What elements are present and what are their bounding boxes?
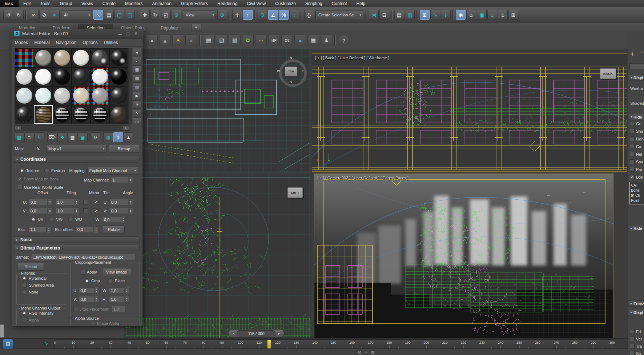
minimize-button[interactable]: — [116, 32, 124, 36]
w-angle-field[interactable]: 0,0 [102, 216, 121, 223]
mono-channel-alpha-radio[interactable] [22, 318, 27, 323]
filtering-pyramidal-radio[interactable] [22, 276, 27, 281]
go-to-parent-icon[interactable]: ▲ [124, 132, 133, 142]
blur-field[interactable]: 1,1 [28, 227, 47, 233]
menu-customize[interactable]: Customize [270, 0, 301, 7]
material-slot-18[interactable] [109, 86, 128, 105]
u-tile-checkbox[interactable] [94, 200, 98, 204]
reload-button[interactable]: Reload [18, 263, 44, 271]
v-tile-checkbox[interactable] [94, 208, 98, 213]
select-and-move-icon[interactable]: ✚ [140, 10, 150, 20]
v-tiling-spinner[interactable]: ▴▾ [74, 207, 79, 214]
v-offset-spinner[interactable]: ▴▾ [48, 207, 52, 214]
redo-icon[interactable]: ↻ [14, 10, 24, 20]
sample-uv-tiling-icon[interactable]: ▤ [133, 74, 141, 83]
show-map-on-back-checkbox[interactable] [18, 176, 23, 181]
jitter-placement-checkbox[interactable] [73, 307, 78, 311]
sphere-blue-icon[interactable]: ● [294, 35, 306, 46]
material-slot-10[interactable] [72, 67, 90, 86]
jitter-field[interactable]: 1,0 [112, 306, 125, 312]
scroll-left-icon[interactable]: ◂ [15, 126, 21, 130]
render-production-icon[interactable]: ♨ [487, 10, 497, 20]
material-slot-8[interactable] [34, 67, 53, 86]
menu-graph-editors[interactable]: Graph Editors [176, 0, 213, 7]
current-frame-field[interactable]: 115 / 300 [237, 330, 275, 336]
material-slot-24[interactable] [109, 105, 128, 124]
render-in-cloud-icon[interactable]: ♨ [498, 10, 508, 20]
percent-snap-icon[interactable]: % [279, 10, 289, 20]
time-ruler[interactable]: 0102030405060708090100110120130140150160… [55, 339, 613, 349]
video-color-check-icon[interactable]: ▥ [133, 83, 141, 91]
viewcube-top-face[interactable]: TOP [285, 67, 297, 76]
display-property-ver[interactable]: Ver [630, 336, 642, 341]
view-image-button[interactable]: View Image [102, 268, 131, 276]
bind-to-space-warp-icon[interactable]: ≈ [50, 10, 60, 20]
u-angle-field[interactable]: 0,0 [109, 199, 128, 205]
list-item-cat[interactable]: CAT [631, 183, 644, 188]
viewport-back-label[interactable]: [ + ] [ Back ] [ User Defined ] [ Wirefr… [315, 56, 389, 60]
crop-h-field[interactable]: 1,0 [109, 296, 124, 302]
menu-tools[interactable]: Tools [36, 0, 55, 7]
put-material-to-scene-icon[interactable]: ↰ [24, 132, 34, 142]
viewcube-left-face[interactable]: LEFT [287, 187, 303, 198]
select-and-place-icon[interactable]: ⊙ [172, 10, 181, 20]
blur-offset-field[interactable]: 0,0 [76, 227, 94, 233]
menu-modifiers[interactable]: Modifiers [120, 0, 148, 7]
save-material-icon[interactable]: ▣ [78, 132, 88, 142]
grid-snap-status-icon[interactable]: ▦ [371, 350, 374, 355]
crop-h-spinner[interactable]: ▴▾ [124, 296, 129, 303]
rollout-display-properties[interactable]: ▸Displ [629, 309, 644, 315]
material-slot-21[interactable] [53, 105, 72, 124]
pattern-snow-icon[interactable]: ▦ [203, 35, 214, 46]
uv-radio[interactable] [31, 217, 36, 222]
material-slot-19[interactable] [15, 105, 34, 124]
material-slot-12[interactable] [109, 67, 128, 86]
undo-icon[interactable]: ↺ [3, 10, 13, 20]
material-slot-9[interactable] [53, 67, 72, 86]
hide-category-ligh[interactable]: Ligh [630, 136, 644, 141]
figure-icon[interactable]: ♟ [321, 35, 332, 46]
pattern-rain-icon[interactable]: ▧ [216, 35, 228, 46]
crop-w-spinner[interactable]: ▴▾ [124, 287, 129, 294]
vw-radio[interactable] [49, 217, 54, 222]
w-angle-spinner[interactable]: ▴▾ [121, 216, 126, 223]
select-by-material-icon[interactable]: ↖ [133, 109, 141, 117]
me-menu-options[interactable]: Options [82, 40, 97, 45]
material-slot-14[interactable] [34, 86, 53, 105]
shaded-option[interactable]: Shaded [630, 101, 644, 105]
me-menu-material[interactable]: Material [34, 40, 50, 45]
spinner-snap-icon[interactable]: ↕ [289, 10, 299, 20]
display-property-ed[interactable]: Ed [630, 329, 641, 334]
u-mirror-checkbox[interactable] [83, 200, 88, 204]
rotate-button[interactable]: Rotate [103, 226, 125, 234]
material-id-channel-icon[interactable]: 0 [90, 132, 100, 142]
menu-create[interactable]: Create [98, 0, 120, 7]
menu-edit[interactable]: Edit [19, 0, 36, 7]
hp-tool-icon[interactable]: HP [268, 35, 280, 46]
geosphere-icon[interactable]: ● [185, 35, 197, 46]
alpha-source-image-alpha-radio[interactable] [90, 321, 95, 326]
scroll-right-icon[interactable]: ▸ [123, 126, 129, 130]
layer-explorer-icon[interactable]: ▥ [405, 10, 415, 20]
material-map-navigator-icon[interactable]: ⊞ [133, 118, 141, 126]
named-selection-sets-dropdown[interactable]: Create Selection Se▾ [315, 11, 363, 19]
bitmap-path-field[interactable]: ...hn\Desktop\- LowPoly apt -\Build11+\t… [31, 254, 136, 260]
place-radio[interactable] [108, 278, 113, 283]
v-mirror-checkbox[interactable] [83, 208, 88, 213]
hide-category-hel[interactable]: Hel [630, 152, 642, 156]
me-menu-utilities[interactable]: Utilities [104, 40, 118, 45]
curve-editor-icon[interactable]: ∿ [430, 10, 440, 20]
select-and-link-icon[interactable]: ∞ [29, 10, 39, 20]
hide-category-par[interactable]: Par [630, 167, 642, 172]
select-and-scale-icon[interactable]: ◱ [161, 10, 171, 20]
material-slot-22[interactable] [72, 105, 90, 124]
make-preview-icon[interactable]: ▶ [133, 92, 141, 100]
me-menu-modes[interactable]: Modes [15, 40, 28, 45]
u-tiling-spinner[interactable]: ▴▾ [74, 199, 79, 206]
crop-radio[interactable] [84, 278, 89, 283]
rollout-hide-by-category[interactable]: ▾Hide [629, 114, 644, 120]
crop-v-spinner[interactable]: ▴▾ [94, 296, 99, 303]
left-scrollbar-handle[interactable] [0, 324, 4, 338]
pick-material-eyedropper-icon[interactable]: ✎ [36, 146, 46, 152]
viewport-camera-label[interactable]: [ + ] [ Camera003 ] [ User Defined ] [ E… [317, 176, 408, 180]
